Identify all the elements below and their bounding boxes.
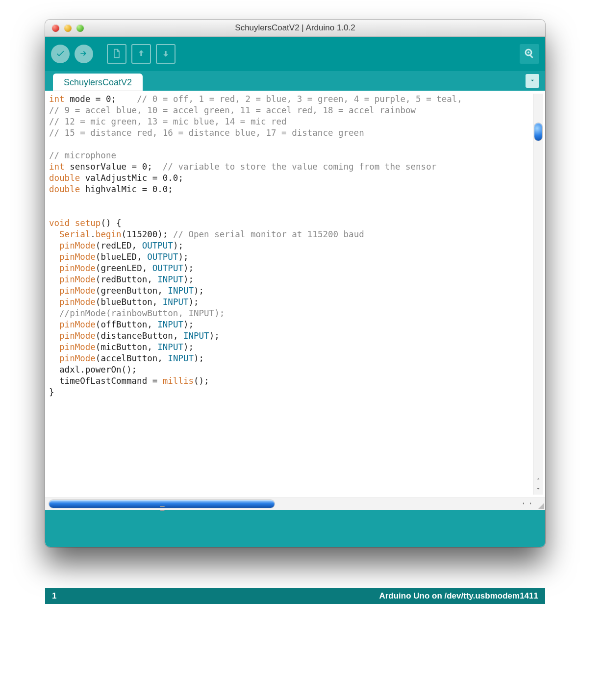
horizontal-scrollbar[interactable] [45, 498, 545, 510]
scroll-up-icon[interactable] [533, 474, 543, 484]
svg-rect-1 [529, 54, 533, 58]
scroll-right-icon[interactable] [527, 500, 533, 508]
file-icon [112, 49, 122, 60]
tab-strip: SchuylersCoatV2 [45, 71, 545, 91]
close-icon[interactable] [52, 25, 59, 32]
scroll-down-icon[interactable] [533, 484, 543, 494]
upload-button[interactable] [75, 45, 93, 63]
scroll-left-icon[interactable] [521, 500, 527, 508]
editor-area: int mode = 0; // 0 = off, 1 = red, 2 = b… [45, 91, 545, 547]
code-content[interactable]: int mode = 0; // 0 = off, 1 = red, 2 = b… [45, 91, 545, 401]
verify-button[interactable] [51, 45, 70, 63]
scroll-grip-icon [160, 506, 165, 511]
tab-active[interactable]: SchuylersCoatV2 [53, 74, 143, 91]
tabs-dropdown-button[interactable] [526, 74, 539, 88]
open-sketch-button[interactable] [131, 44, 151, 64]
stage: SchuylersCoatV2 | Arduino 1.0.2 [0, 0, 602, 700]
window-title: SchuylersCoatV2 | Arduino 1.0.2 [45, 23, 545, 33]
arduino-ide-window: SchuylersCoatV2 | Arduino 1.0.2 [45, 20, 545, 547]
code-editor[interactable]: int mode = 0; // 0 = off, 1 = red, 2 = b… [45, 91, 545, 498]
horizontal-scroll-arrows [521, 498, 533, 510]
save-sketch-button[interactable] [156, 44, 176, 64]
magnifier-icon [524, 48, 535, 61]
new-sketch-button[interactable] [107, 44, 126, 64]
arrow-up-icon [136, 49, 146, 60]
zoom-icon[interactable] [76, 25, 84, 32]
arrow-right-icon [79, 49, 89, 60]
svg-point-2 [527, 51, 529, 53]
toolbar [45, 37, 545, 71]
minimize-icon[interactable] [64, 25, 72, 32]
serial-monitor-button[interactable] [520, 44, 539, 64]
status-bar: 1 Arduino Uno on /dev/tty.usbmodem1411 [45, 588, 545, 604]
check-icon [55, 49, 65, 60]
vertical-scrollbar[interactable] [533, 94, 543, 495]
chevron-down-icon [529, 77, 536, 85]
window-controls [52, 25, 84, 32]
console-area [45, 510, 545, 547]
titlebar: SchuylersCoatV2 | Arduino 1.0.2 [45, 20, 545, 37]
resize-corner-icon[interactable] [536, 501, 544, 509]
status-board-port: Arduino Uno on /dev/tty.usbmodem1411 [379, 591, 538, 601]
vertical-scroll-thumb[interactable] [534, 123, 542, 141]
status-left: 1 [52, 591, 56, 601]
arrow-down-icon [161, 49, 171, 60]
